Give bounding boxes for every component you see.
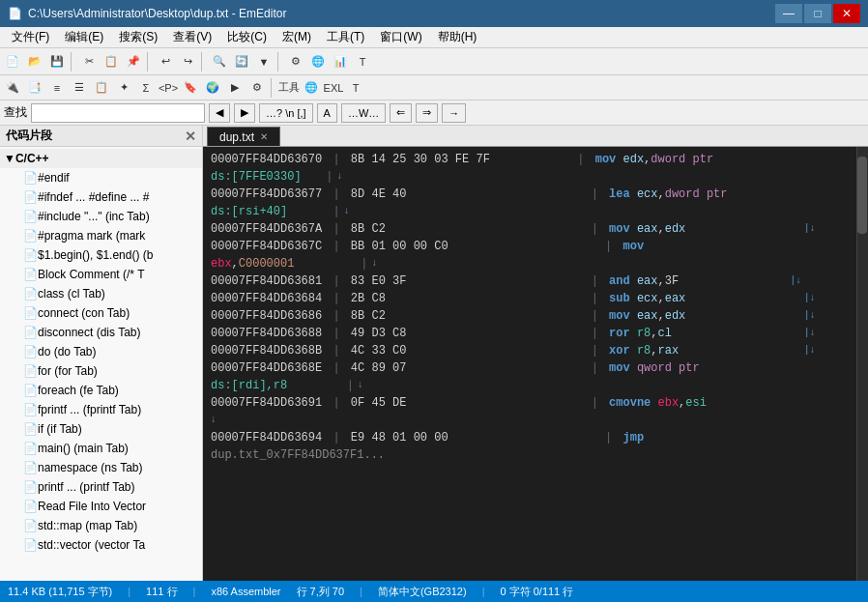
menu-help[interactable]: 帮助(H) — [430, 27, 485, 47]
plugin-btn-11[interactable]: ▶ — [224, 77, 246, 99]
tree-item-label-10: for (for Tab) — [38, 364, 98, 378]
plugin-btn-7[interactable]: Σ — [135, 77, 157, 99]
menu-window[interactable]: 窗口(W) — [372, 27, 429, 47]
tab-close-icon[interactable]: ✕ — [260, 131, 268, 142]
panel-header: 代码片段 ✕ — [0, 126, 202, 147]
title-text: C:\Users\Administrator\Desktop\dup.txt -… — [28, 7, 286, 20]
tree-item-5[interactable]: 📄 Block Comment (/* T — [0, 265, 202, 284]
new-button[interactable]: 📄 — [2, 51, 23, 72]
find-arrow1-button[interactable]: ⇐ — [390, 103, 412, 123]
tree-group-cpp[interactable]: ▼ C/C++ — [0, 149, 202, 168]
menu-edit[interactable]: 编辑(E) — [57, 27, 111, 47]
open-button[interactable]: 📂 — [24, 51, 45, 72]
menu-file[interactable]: 文件(F) — [4, 27, 57, 47]
tool-btn-3[interactable]: 📊 — [330, 51, 351, 72]
panel-close-button[interactable]: ✕ — [185, 129, 196, 144]
code-line-6: 00007FF84DD6367C | BB 01 00 00 C0 | mov — [211, 238, 849, 255]
find-prev-button[interactable]: ◀ — [209, 103, 230, 123]
ext-btn[interactable]: EXL — [323, 77, 344, 99]
tree-item-7[interactable]: 📄 connect (con Tab) — [0, 303, 202, 323]
close-button[interactable]: ✕ — [833, 4, 860, 23]
plugin-btn-5[interactable]: 📋 — [91, 77, 112, 99]
plugin-btn-8[interactable]: <P> — [158, 77, 179, 99]
find-w-button[interactable]: …W… — [341, 103, 386, 123]
plugin-btn-10[interactable]: 🌍 — [202, 77, 223, 99]
tree-item-4[interactable]: 📄 $1.begin(), $1.end() (b — [0, 245, 202, 265]
menu-search[interactable]: 搜索(S) — [111, 27, 165, 47]
tree-item-2[interactable]: 📄 #include "..." (inc Tab) — [0, 207, 202, 226]
tree-item-13[interactable]: 📄 if (if Tab) — [0, 419, 202, 439]
tree-item-17[interactable]: 📄 Read File Into Vector — [0, 497, 202, 516]
code-line-5: 00007FF84DD6367A | 8B C2 | mov eax,edx |… — [211, 220, 849, 238]
menu-bar: 文件(F) 编辑(E) 搜索(S) 查看(V) 比较(C) 宏(M) 工具(T)… — [0, 27, 868, 48]
plugin-btn-1[interactable]: 🔌 — [2, 77, 23, 99]
tree-item-8[interactable]: 📄 disconnect (dis Tab) — [0, 323, 202, 342]
find-next-button[interactable]: ▶ — [234, 103, 255, 123]
code-line-7: ebx,C0000001 |↓ — [211, 255, 849, 272]
paste-button[interactable]: 📌 — [123, 51, 144, 72]
tree-item-label-18: std::map (map Tab) — [38, 519, 137, 532]
tree-item-label-9: do (do Tab) — [38, 345, 97, 358]
tab-dup-txt[interactable]: dup.txt ✕ — [207, 127, 280, 146]
filter-button[interactable]: ▼ — [253, 51, 275, 72]
snippet-icon-1: 📄 — [23, 190, 38, 204]
find-action-button[interactable]: → — [442, 103, 466, 123]
plugin-btn-6[interactable]: ✦ — [113, 77, 134, 99]
vertical-scrollbar[interactable] — [856, 147, 868, 581]
save-button[interactable]: 💾 — [46, 51, 68, 72]
redo-button[interactable]: ↪ — [177, 51, 198, 72]
text-btn[interactable]: T — [345, 77, 366, 99]
code-line-11: 00007FF84DD63688 | 49 D3 C8 | ror r8,cl … — [211, 325, 849, 342]
tool-btn-1[interactable]: ⚙ — [285, 51, 306, 72]
menu-compare[interactable]: 比较(C) — [219, 27, 275, 47]
tree-item-16[interactable]: 📄 printf ... (printf Tab) — [0, 477, 202, 497]
tree-item-18[interactable]: 📄 std::map (map Tab) — [0, 516, 202, 535]
status-bar: 11.4 KB (11,715 字节) | 111 行 | x86 Assemb… — [0, 581, 868, 602]
code-line-18: dup.txt_0x7FF84DD637F1... — [211, 446, 849, 464]
status-selection: 0 字符 0/111 行 — [500, 585, 573, 599]
plugin-btn-3[interactable]: ≡ — [46, 77, 68, 99]
find-button[interactable]: 🔍 — [209, 51, 230, 72]
web-btn[interactable]: 🌐 — [301, 77, 322, 99]
tree-item-label-2: #include "..." (inc Tab) — [38, 210, 150, 223]
snippet-icon-10: 📄 — [23, 364, 38, 378]
find-regex-button[interactable]: A — [317, 103, 337, 123]
plugin-btn-2[interactable]: 📑 — [24, 77, 45, 99]
tree-item-9[interactable]: 📄 do (do Tab) — [0, 342, 202, 361]
menu-macro[interactable]: 宏(M) — [275, 27, 319, 47]
minimize-button[interactable]: — — [775, 4, 802, 23]
replace-button[interactable]: 🔄 — [231, 51, 252, 72]
menu-tools[interactable]: 工具(T) — [319, 27, 372, 47]
maximize-button[interactable]: □ — [804, 4, 831, 23]
tool-btn-4[interactable]: T — [352, 51, 373, 72]
tree-item-10[interactable]: 📄 for (for Tab) — [0, 361, 202, 381]
toolbar-separator-1 — [71, 52, 75, 72]
snippet-icon-12: 📄 — [23, 403, 38, 416]
plugin-btn-12[interactable]: ⚙ — [246, 77, 268, 99]
find-input[interactable] — [31, 103, 205, 123]
code-editor[interactable]: 00007FF84DD63670 | 8B 14 25 30 03 FE 7F … — [203, 147, 856, 581]
snippet-icon-14: 📄 — [23, 442, 38, 455]
tree-item-11[interactable]: 📄 foreach (fe Tab) — [0, 381, 202, 400]
tab-bar: dup.txt ✕ — [203, 126, 868, 147]
tree-item-14[interactable]: 📄 main() (main Tab) — [0, 439, 202, 458]
menu-view[interactable]: 查看(V) — [165, 27, 219, 47]
copy-button[interactable]: 📋 — [101, 51, 122, 72]
tree-item-label-12: fprintf ... (fprintf Tab) — [38, 403, 141, 416]
tree-item-19[interactable]: 📄 std::vector (vector Ta — [0, 535, 202, 555]
tool-btn-2[interactable]: 🌐 — [307, 51, 329, 72]
toolbar-2: 🔌 📑 ≡ ☰ 📋 ✦ Σ <P> 🔖 🌍 ▶ ⚙ 工具 🌐 EXL T — [0, 75, 868, 100]
code-line-1: 00007FF84DD63670 | 8B 14 25 30 03 FE 7F … — [211, 151, 849, 168]
tree-item-15[interactable]: 📄 namespace (ns Tab) — [0, 458, 202, 477]
plugin-btn-9[interactable]: 🔖 — [180, 77, 201, 99]
find-options-button[interactable]: …? \n [,] — [259, 103, 313, 123]
plugin-btn-4[interactable]: ☰ — [69, 77, 90, 99]
tree-item-12[interactable]: 📄 fprintf ... (fprintf Tab) — [0, 400, 202, 419]
tree-item-3[interactable]: 📄 #pragma mark (mark — [0, 226, 202, 245]
find-arrow2-button[interactable]: ⇒ — [416, 103, 438, 123]
tree-item-1[interactable]: 📄 #ifndef ... #define ... # — [0, 187, 202, 207]
tree-item-0[interactable]: 📄 #endif — [0, 168, 202, 187]
cut-button[interactable]: ✂ — [78, 51, 100, 72]
undo-button[interactable]: ↩ — [155, 51, 176, 72]
tree-item-6[interactable]: 📄 class (cl Tab) — [0, 284, 202, 303]
